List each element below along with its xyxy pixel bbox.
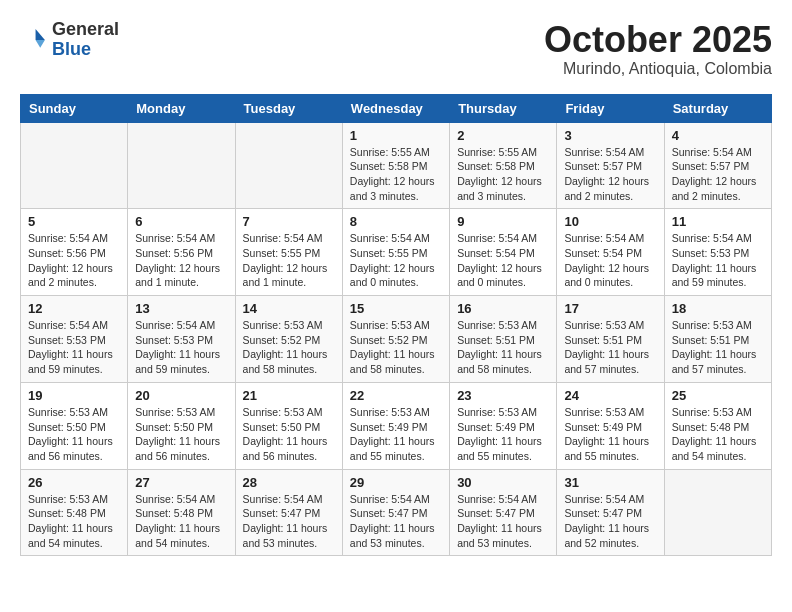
month-title: October 2025: [544, 20, 772, 60]
calendar-cell: 17Sunrise: 5:53 AMSunset: 5:51 PMDayligh…: [557, 296, 664, 383]
weekday-header-sunday: Sunday: [21, 94, 128, 122]
day-info: Sunrise: 5:55 AMSunset: 5:58 PMDaylight:…: [457, 145, 549, 204]
day-info: Sunrise: 5:53 AMSunset: 5:51 PMDaylight:…: [564, 318, 656, 377]
calendar-cell: 6Sunrise: 5:54 AMSunset: 5:56 PMDaylight…: [128, 209, 235, 296]
day-number: 6: [135, 214, 227, 229]
day-info: Sunrise: 5:54 AMSunset: 5:47 PMDaylight:…: [457, 492, 549, 551]
day-number: 4: [672, 128, 764, 143]
day-info: Sunrise: 5:54 AMSunset: 5:56 PMDaylight:…: [28, 231, 120, 290]
logo-blue: Blue: [52, 39, 91, 59]
day-number: 24: [564, 388, 656, 403]
logo-text: General Blue: [52, 20, 119, 60]
day-info: Sunrise: 5:53 AMSunset: 5:51 PMDaylight:…: [672, 318, 764, 377]
calendar-cell: 19Sunrise: 5:53 AMSunset: 5:50 PMDayligh…: [21, 382, 128, 469]
day-number: 9: [457, 214, 549, 229]
day-info: Sunrise: 5:53 AMSunset: 5:50 PMDaylight:…: [243, 405, 335, 464]
day-info: Sunrise: 5:53 AMSunset: 5:51 PMDaylight:…: [457, 318, 549, 377]
day-number: 14: [243, 301, 335, 316]
calendar-cell: 27Sunrise: 5:54 AMSunset: 5:48 PMDayligh…: [128, 469, 235, 556]
day-number: 31: [564, 475, 656, 490]
day-number: 25: [672, 388, 764, 403]
calendar-cell: 2Sunrise: 5:55 AMSunset: 5:58 PMDaylight…: [450, 122, 557, 209]
calendar-cell: 30Sunrise: 5:54 AMSunset: 5:47 PMDayligh…: [450, 469, 557, 556]
day-info: Sunrise: 5:54 AMSunset: 5:47 PMDaylight:…: [564, 492, 656, 551]
calendar-cell: 23Sunrise: 5:53 AMSunset: 5:49 PMDayligh…: [450, 382, 557, 469]
calendar-cell: 20Sunrise: 5:53 AMSunset: 5:50 PMDayligh…: [128, 382, 235, 469]
week-row-2: 5Sunrise: 5:54 AMSunset: 5:56 PMDaylight…: [21, 209, 772, 296]
day-info: Sunrise: 5:53 AMSunset: 5:50 PMDaylight:…: [28, 405, 120, 464]
calendar-cell: 1Sunrise: 5:55 AMSunset: 5:58 PMDaylight…: [342, 122, 449, 209]
weekday-header-monday: Monday: [128, 94, 235, 122]
day-info: Sunrise: 5:54 AMSunset: 5:53 PMDaylight:…: [28, 318, 120, 377]
weekday-header-saturday: Saturday: [664, 94, 771, 122]
day-info: Sunrise: 5:53 AMSunset: 5:52 PMDaylight:…: [243, 318, 335, 377]
week-row-1: 1Sunrise: 5:55 AMSunset: 5:58 PMDaylight…: [21, 122, 772, 209]
day-number: 27: [135, 475, 227, 490]
day-number: 7: [243, 214, 335, 229]
day-info: Sunrise: 5:55 AMSunset: 5:58 PMDaylight:…: [350, 145, 442, 204]
day-number: 2: [457, 128, 549, 143]
day-info: Sunrise: 5:53 AMSunset: 5:48 PMDaylight:…: [28, 492, 120, 551]
calendar: SundayMondayTuesdayWednesdayThursdayFrid…: [20, 94, 772, 557]
day-info: Sunrise: 5:54 AMSunset: 5:47 PMDaylight:…: [350, 492, 442, 551]
weekday-header-tuesday: Tuesday: [235, 94, 342, 122]
calendar-cell: 7Sunrise: 5:54 AMSunset: 5:55 PMDaylight…: [235, 209, 342, 296]
title-area: October 2025 Murindo, Antioquia, Colombi…: [544, 20, 772, 78]
calendar-cell: 24Sunrise: 5:53 AMSunset: 5:49 PMDayligh…: [557, 382, 664, 469]
day-number: 10: [564, 214, 656, 229]
day-number: 20: [135, 388, 227, 403]
day-number: 3: [564, 128, 656, 143]
day-number: 11: [672, 214, 764, 229]
day-info: Sunrise: 5:54 AMSunset: 5:54 PMDaylight:…: [564, 231, 656, 290]
day-number: 8: [350, 214, 442, 229]
day-info: Sunrise: 5:54 AMSunset: 5:57 PMDaylight:…: [672, 145, 764, 204]
svg-marker-1: [36, 40, 45, 48]
calendar-cell: 3Sunrise: 5:54 AMSunset: 5:57 PMDaylight…: [557, 122, 664, 209]
calendar-cell: 9Sunrise: 5:54 AMSunset: 5:54 PMDaylight…: [450, 209, 557, 296]
calendar-cell: 28Sunrise: 5:54 AMSunset: 5:47 PMDayligh…: [235, 469, 342, 556]
calendar-cell: 10Sunrise: 5:54 AMSunset: 5:54 PMDayligh…: [557, 209, 664, 296]
day-number: 17: [564, 301, 656, 316]
calendar-cell: 11Sunrise: 5:54 AMSunset: 5:53 PMDayligh…: [664, 209, 771, 296]
svg-marker-0: [36, 29, 45, 40]
day-info: Sunrise: 5:54 AMSunset: 5:54 PMDaylight:…: [457, 231, 549, 290]
weekday-header-wednesday: Wednesday: [342, 94, 449, 122]
day-number: 21: [243, 388, 335, 403]
week-row-5: 26Sunrise: 5:53 AMSunset: 5:48 PMDayligh…: [21, 469, 772, 556]
calendar-cell: 18Sunrise: 5:53 AMSunset: 5:51 PMDayligh…: [664, 296, 771, 383]
weekday-header-row: SundayMondayTuesdayWednesdayThursdayFrid…: [21, 94, 772, 122]
day-number: 19: [28, 388, 120, 403]
calendar-cell: 8Sunrise: 5:54 AMSunset: 5:55 PMDaylight…: [342, 209, 449, 296]
day-number: 18: [672, 301, 764, 316]
calendar-cell: [664, 469, 771, 556]
day-info: Sunrise: 5:53 AMSunset: 5:49 PMDaylight:…: [564, 405, 656, 464]
calendar-cell: 16Sunrise: 5:53 AMSunset: 5:51 PMDayligh…: [450, 296, 557, 383]
logo-general: General: [52, 19, 119, 39]
week-row-3: 12Sunrise: 5:54 AMSunset: 5:53 PMDayligh…: [21, 296, 772, 383]
calendar-cell: 22Sunrise: 5:53 AMSunset: 5:49 PMDayligh…: [342, 382, 449, 469]
calendar-cell: 5Sunrise: 5:54 AMSunset: 5:56 PMDaylight…: [21, 209, 128, 296]
header: General Blue October 2025 Murindo, Antio…: [20, 20, 772, 78]
calendar-cell: [235, 122, 342, 209]
day-number: 30: [457, 475, 549, 490]
day-info: Sunrise: 5:53 AMSunset: 5:49 PMDaylight:…: [457, 405, 549, 464]
day-number: 28: [243, 475, 335, 490]
weekday-header-friday: Friday: [557, 94, 664, 122]
calendar-cell: 13Sunrise: 5:54 AMSunset: 5:53 PMDayligh…: [128, 296, 235, 383]
week-row-4: 19Sunrise: 5:53 AMSunset: 5:50 PMDayligh…: [21, 382, 772, 469]
logo-icon: [20, 26, 48, 54]
day-number: 5: [28, 214, 120, 229]
day-info: Sunrise: 5:53 AMSunset: 5:52 PMDaylight:…: [350, 318, 442, 377]
day-info: Sunrise: 5:53 AMSunset: 5:48 PMDaylight:…: [672, 405, 764, 464]
day-info: Sunrise: 5:54 AMSunset: 5:57 PMDaylight:…: [564, 145, 656, 204]
day-number: 23: [457, 388, 549, 403]
calendar-cell: 25Sunrise: 5:53 AMSunset: 5:48 PMDayligh…: [664, 382, 771, 469]
day-number: 22: [350, 388, 442, 403]
calendar-cell: 14Sunrise: 5:53 AMSunset: 5:52 PMDayligh…: [235, 296, 342, 383]
calendar-cell: 31Sunrise: 5:54 AMSunset: 5:47 PMDayligh…: [557, 469, 664, 556]
calendar-cell: 15Sunrise: 5:53 AMSunset: 5:52 PMDayligh…: [342, 296, 449, 383]
day-number: 1: [350, 128, 442, 143]
calendar-cell: 4Sunrise: 5:54 AMSunset: 5:57 PMDaylight…: [664, 122, 771, 209]
day-info: Sunrise: 5:54 AMSunset: 5:48 PMDaylight:…: [135, 492, 227, 551]
calendar-cell: [128, 122, 235, 209]
